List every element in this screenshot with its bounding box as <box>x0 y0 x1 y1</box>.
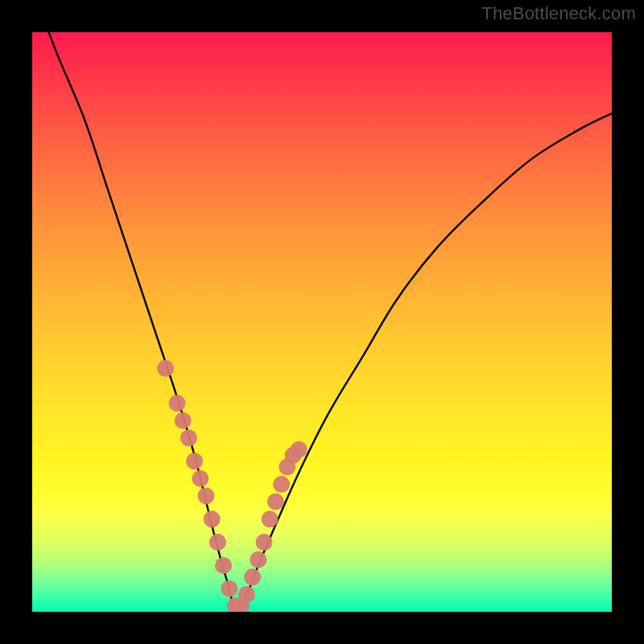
data-marker <box>244 568 261 585</box>
data-marker <box>204 510 221 527</box>
data-marker <box>291 441 308 458</box>
data-marker <box>180 430 197 447</box>
watermark-text: TheBottleneck.com <box>481 3 636 24</box>
data-marker <box>221 580 237 597</box>
data-marker <box>256 534 273 551</box>
data-marker <box>198 488 215 505</box>
data-marker <box>273 476 290 493</box>
data-marker <box>238 586 255 603</box>
data-marker <box>209 534 226 551</box>
data-marker <box>250 551 266 568</box>
curve-layer <box>32 32 612 612</box>
data-marker <box>215 557 232 574</box>
data-marker <box>262 510 279 527</box>
plot-area <box>32 32 612 612</box>
data-marker <box>175 412 192 429</box>
bottleneck-curve <box>32 32 612 609</box>
data-marker <box>186 452 203 469</box>
data-marker <box>267 493 284 510</box>
chart-frame: TheBottleneck.com <box>0 0 644 644</box>
bottleneck-curve-path <box>32 32 612 609</box>
data-marker <box>169 394 186 411</box>
data-marker <box>192 470 208 487</box>
curve-markers <box>157 360 308 612</box>
data-marker <box>157 360 174 377</box>
